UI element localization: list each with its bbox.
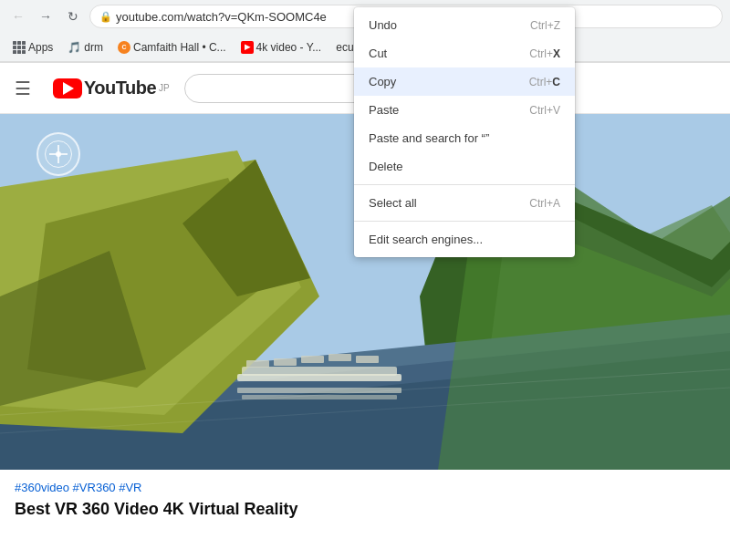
context-menu-paste-search[interactable]: Paste and search for “” (354, 124, 575, 152)
youtube-logo-text: YouTube (84, 78, 156, 99)
cf-favicon-icon: C (118, 41, 130, 54)
context-menu-cut-shortcut: Ctrl+X (529, 47, 560, 60)
context-menu-divider-2 (354, 221, 575, 222)
context-menu-cut[interactable]: Cut Ctrl+X (354, 39, 575, 67)
context-menu-copy-shortcut: Ctrl+C (529, 76, 560, 88)
bookmark-4kvideo[interactable]: ▶ 4k video - Y... (235, 39, 328, 56)
context-menu-copy-label: Copy (369, 75, 396, 88)
compass-inner (45, 140, 72, 168)
context-menu-undo-shortcut: Ctrl+Z (530, 19, 560, 32)
context-menu-undo[interactable]: Undo Ctrl+Z (354, 11, 575, 39)
reload-button[interactable]: ↻ (62, 5, 84, 27)
context-menu-paste-search-label: Paste and search for “” (369, 131, 489, 145)
yt-favicon-icon: ▶ (241, 41, 254, 54)
bookmark-drm-label: drm (84, 41, 103, 54)
context-menu-undo-label: Undo (369, 18, 397, 32)
context-menu-edit-engines-label: Edit search engines... (369, 233, 483, 246)
context-menu-paste[interactable]: Paste Ctrl+V (354, 96, 575, 124)
video-tags[interactable]: #360video #VR360 #VR (15, 481, 715, 494)
bookmark-apps-label: Apps (28, 41, 53, 54)
music-icon: 🎵 (68, 41, 81, 54)
context-menu-divider-1 (354, 184, 575, 185)
vr-compass-control[interactable] (36, 132, 80, 176)
context-menu: Undo Ctrl+Z Cut Ctrl+X Copy Ctrl+C Paste… (354, 7, 575, 257)
youtube-logo-icon (53, 78, 82, 99)
forward-button[interactable]: → (35, 5, 57, 27)
lock-icon: 🔒 (99, 11, 112, 23)
context-menu-paste-label: Paste (369, 103, 399, 117)
bookmark-camfaith[interactable]: C Camfaith Hall • C... (112, 39, 232, 56)
hamburger-menu-icon[interactable]: ☰ (15, 78, 31, 99)
bookmark-4kvideo-label: 4k video - Y... (256, 41, 322, 54)
context-menu-edit-engines[interactable]: Edit search engines... (354, 225, 575, 254)
context-menu-delete[interactable]: Delete (354, 152, 575, 181)
youtube-logo[interactable]: YouTubeJP (53, 78, 170, 99)
video-title: Best VR 360 Video 4K Virtual Reality (15, 500, 715, 519)
apps-grid-icon (13, 41, 26, 54)
bookmark-apps[interactable]: Apps (7, 39, 58, 56)
context-menu-paste-shortcut: Ctrl+V (529, 104, 560, 117)
context-menu-select-all-label: Select all (369, 196, 417, 210)
context-menu-cut-label: Cut (369, 47, 387, 60)
play-triangle-icon (63, 82, 74, 95)
compass-cross-icon (49, 145, 68, 163)
context-menu-select-all-shortcut: Ctrl+A (529, 197, 560, 210)
context-menu-copy[interactable]: Copy Ctrl+C (354, 67, 575, 96)
below-video-section: #360video #VR360 #VR Best VR 360 Video 4… (0, 470, 730, 519)
back-button[interactable]: ← (7, 5, 29, 27)
context-menu-select-all[interactable]: Select all Ctrl+A (354, 189, 575, 217)
youtube-logo-country: JP (159, 83, 170, 93)
bookmark-camfaith-label: Camfaith Hall • C... (133, 41, 226, 54)
bookmark-drm[interactable]: 🎵 drm (62, 39, 109, 56)
context-menu-delete-label: Delete (369, 160, 403, 173)
